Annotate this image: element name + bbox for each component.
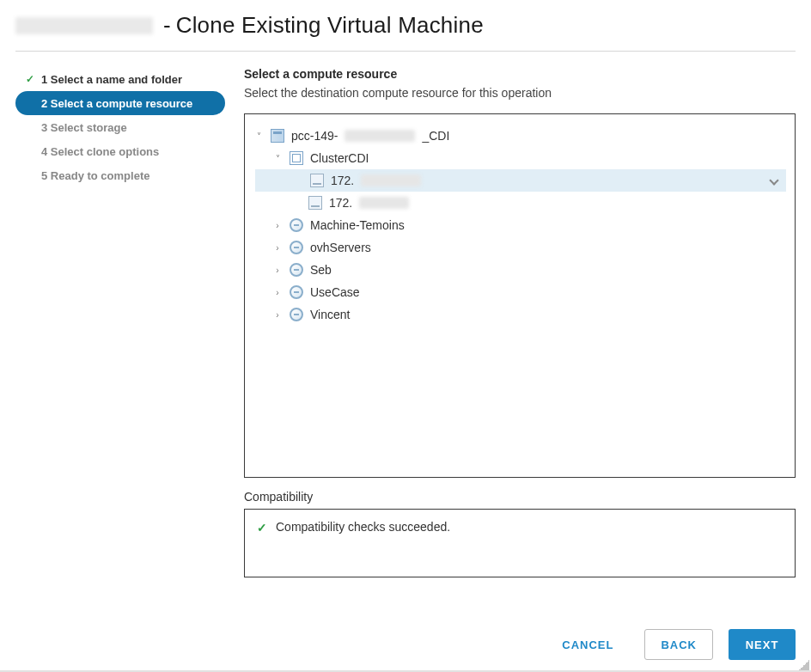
check-icon: ✓: [257, 520, 267, 535]
cluster-icon: [290, 151, 303, 165]
wizard-step-num: 3: [41, 121, 47, 134]
tree-node-label: 172.: [331, 174, 354, 187]
vm-name-redacted: [15, 17, 153, 34]
wizard-step-label: Select storage: [51, 121, 127, 134]
tree-node-label: Vincent: [310, 308, 350, 321]
wizard-step-2[interactable]: 2 Select a compute resource: [15, 91, 225, 115]
compatibility-label: Compatibility: [244, 490, 796, 504]
host-icon: [310, 174, 324, 187]
tree-node-label: ClusterCDI: [310, 151, 369, 165]
compute-resource-tree[interactable]: ˅ pcc-149-_CDI ˅ ClusterCDI › 172.: [244, 113, 796, 478]
resource-pool-icon: [290, 285, 303, 299]
datacenter-icon: [271, 129, 284, 143]
wizard-step-label: Select clone options: [51, 145, 159, 158]
cancel-button[interactable]: CANCEL: [546, 629, 629, 660]
resource-pool-icon: [290, 308, 303, 321]
wizard-footer: CANCEL BACK NEXT: [546, 629, 796, 660]
tree-node-label: ovhServers: [310, 241, 371, 254]
resource-pool-icon: [290, 218, 303, 232]
compatibility-message: Compatibility checks succeeded.: [276, 520, 450, 534]
chevron-down-icon[interactable]: ˅: [272, 154, 283, 163]
resize-handle-icon[interactable]: [799, 660, 809, 670]
chevron-right-icon[interactable]: ›: [272, 266, 283, 275]
host-icon: [308, 196, 322, 210]
redacted-text: [359, 197, 409, 209]
wizard-step-num: 2: [41, 97, 47, 110]
chevron-right-icon[interactable]: ›: [272, 243, 283, 253]
tree-node-resource-pool[interactable]: › Vincent: [253, 303, 786, 326]
chevron-right-icon[interactable]: ›: [272, 221, 283, 230]
tree-node-resource-pool[interactable]: › Machine-Temoins: [253, 214, 786, 236]
page-title: Clone Existing Virtual Machine: [176, 12, 484, 39]
resource-pool-icon: [290, 241, 303, 254]
wizard-steps: ✓ 1 Select a name and folder 2 Select a …: [15, 67, 225, 577]
chevron-down-icon[interactable]: ˅: [253, 131, 264, 141]
tree-node-resource-pool[interactable]: › Seb: [253, 259, 786, 281]
wizard-step-1[interactable]: ✓ 1 Select a name and folder: [15, 67, 225, 91]
tree-node-datacenter[interactable]: ˅ pcc-149-_CDI: [253, 125, 786, 147]
tree-node-resource-pool[interactable]: › ovhServers: [253, 236, 786, 259]
tree-node-host[interactable]: › 172.: [253, 192, 786, 214]
wizard-step-num: 1: [41, 73, 47, 86]
redacted-text: [361, 174, 421, 186]
back-button[interactable]: BACK: [644, 629, 713, 660]
wizard-step-label: Select a compute resource: [51, 97, 192, 110]
check-icon: ✓: [26, 73, 34, 85]
tree-node-resource-pool[interactable]: › UseCase: [253, 281, 786, 303]
next-button[interactable]: NEXT: [729, 629, 796, 660]
page-title-row: - Clone Existing Virtual Machine: [15, 5, 796, 52]
tree-node-host[interactable]: › 172.: [255, 169, 786, 192]
redacted-text: [345, 130, 415, 142]
wizard-step-label: Select a name and folder: [51, 73, 182, 86]
tree-node-cluster[interactable]: ˅ ClusterCDI: [253, 147, 786, 169]
wizard-step-3: 3 Select storage: [15, 115, 225, 139]
wizard-step-num: 5: [41, 169, 47, 182]
tree-node-label: _CDI: [422, 129, 449, 143]
wizard-step-label: Ready to complete: [51, 169, 150, 182]
tree-node-label: UseCase: [310, 285, 360, 299]
wizard-step-5: 5 Ready to complete: [15, 163, 225, 187]
tree-node-label: pcc-149-: [291, 129, 338, 143]
chevron-right-icon[interactable]: ›: [272, 310, 283, 320]
panel-title: Select a compute resource: [244, 67, 796, 81]
panel-subtitle: Select the destination compute resource …: [244, 86, 796, 100]
compatibility-box: ✓ Compatibility checks succeeded.: [244, 509, 796, 577]
tree-node-label: 172.: [329, 196, 352, 210]
wizard-step-num: 4: [41, 145, 47, 158]
tree-node-label: Machine-Temoins: [310, 218, 405, 232]
tree-node-label: Seb: [310, 263, 332, 277]
wizard-step-4: 4 Select clone options: [15, 139, 225, 163]
chevron-right-icon[interactable]: ›: [272, 288, 283, 297]
resource-pool-icon: [290, 263, 303, 277]
title-separator: -: [163, 12, 171, 39]
